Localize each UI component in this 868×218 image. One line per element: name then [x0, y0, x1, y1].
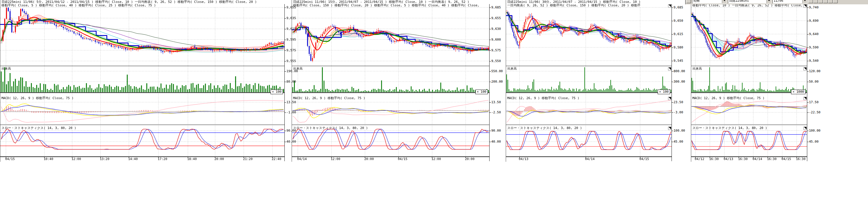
axis-tick-label: 9,630 [490, 27, 501, 30]
pane-expand-icon[interactable] [668, 67, 671, 71]
axis-tick-mark [672, 131, 673, 131]
axis-tick-label: 9,590 [807, 46, 818, 49]
toolbar-button-1[interactable] [808, 0, 813, 3]
axis-tick-label: 90.00 [490, 129, 501, 132]
pane-expand-icon[interactable] [804, 127, 807, 130]
contract-select-value: 11/06 [774, 0, 783, 3]
axis-tick-mark [490, 82, 491, 82]
axis-tick-label: 9,555 [285, 59, 296, 63]
toolbar-button-2[interactable] [813, 0, 818, 3]
axis-tick-label: 9,595 [285, 38, 296, 41]
axis-tick-label: 9,685 [490, 6, 501, 9]
x-axis-label: 18:40 [187, 157, 197, 161]
axis-tick-label: 45.00 [672, 140, 683, 143]
volume-multiplier-box: × 100 [475, 89, 488, 94]
x-axis-label: 04/14 [585, 157, 595, 161]
axis-tick-label: 23.50 [672, 101, 683, 104]
axis-tick-text: 9,580 [674, 46, 683, 49]
x-axis-label: 16:30 [796, 157, 806, 161]
chevron-down-icon[interactable] [767, 0, 771, 3]
axis-tick-mark [490, 50, 491, 51]
axis-tick-label: 9,580 [672, 46, 683, 49]
x-axis-label: 17:20 [158, 157, 167, 161]
axis-tick-mark [285, 7, 286, 8]
axis-tick-text: 300.00 [674, 80, 685, 83]
symbol-select[interactable]: 日経225mini [728, 0, 771, 3]
axis-tick-label: 40.00 [490, 140, 501, 143]
axis-tick-mark [672, 21, 673, 21]
axis-tick-mark [490, 18, 491, 19]
pane-expand-icon[interactable] [804, 4, 807, 7]
axis-tick-label: 9,545 [672, 59, 683, 62]
x-axis-label: 22:40 [272, 157, 281, 161]
toolbar-button-3[interactable] [818, 0, 823, 3]
toolbar-button-5[interactable] [828, 0, 833, 3]
axis-tick-text: 80.00 [286, 80, 296, 83]
chart-panel: 日経225mini 11/06( 30分, 2011/04/07 - 2011/… [506, 0, 687, 162]
axis-tick-text: 200.00 [491, 80, 503, 83]
chart-canvas [506, 0, 672, 161]
x-axis-label: 04/15 [781, 157, 791, 161]
axis-tick-label: 9,690 [807, 19, 818, 22]
axis-tick-text: 40.00 [286, 140, 296, 143]
axis-tick-text: 9,555 [286, 59, 296, 63]
chevron-down-icon[interactable] [802, 0, 807, 3]
x-axis-label: 04/15 [398, 157, 407, 161]
volume-pane-label: 出来高 [293, 67, 303, 71]
pane-expand-icon[interactable] [668, 97, 671, 100]
axis-tick-text: 9,685 [674, 5, 683, 9]
chart-panel: 日経225mini 11/06( 15分, 2011/04/07 - 2011/… [292, 0, 505, 162]
axis-tick-label: 300.00 [672, 80, 685, 83]
volume-multiplier-box: × 100 [271, 89, 283, 94]
chart-canvas [0, 0, 284, 161]
x-axis-label: 04/14 [297, 157, 307, 161]
axis-tick-text: 100.00 [674, 129, 685, 133]
axis-tick-mark [285, 29, 286, 29]
toolbar-nav-button[interactable] [686, 0, 691, 3]
axis-tick-label: 50.00 [807, 80, 818, 83]
axis-tick-label: -1.00 [285, 111, 296, 114]
x-axis-label: 04/15 [640, 157, 649, 161]
axis-tick-mark [490, 131, 491, 131]
axis-tick-text: 9,595 [286, 38, 296, 42]
top-toolbar: 先物 日経225mini 11/06 [685, 0, 868, 4]
chart-canvas [292, 0, 489, 161]
pane-expand-icon[interactable] [668, 127, 671, 130]
axis-tick-mark [490, 40, 491, 40]
pane-expand-triangle [669, 5, 671, 7]
chart-workspace: 先物 日経225mini 11/06 日経225m [0, 0, 868, 218]
axis-tick-text: 120.00 [809, 69, 820, 73]
volume-multiplier-box: × 1000 [791, 89, 806, 94]
axis-tick-label: 17.50 [807, 101, 818, 104]
axis-tick-text: 50.00 [809, 80, 818, 83]
axis-tick-text: 9,740 [809, 5, 818, 9]
axis-tick-mark [490, 112, 491, 113]
contract-select[interactable]: 11/06 [773, 0, 807, 3]
x-axis-label: 04/15 [5, 157, 15, 161]
axis-tick-text: 9,650 [674, 19, 683, 23]
pane-expand-triangle [804, 127, 806, 129]
axis-tick-label: 9,655 [490, 17, 501, 20]
category-select[interactable]: 先物 [692, 0, 727, 3]
panel-title: 日経225mini 11/06( 5分, 2011/04/12 - 2011/0… [1, 0, 257, 4]
axis-tick-text: 9,575 [491, 48, 501, 52]
axis-tick-text: 45.00 [809, 140, 818, 143]
axis-tick-mark [285, 112, 286, 113]
toolbar-button-4[interactable] [823, 0, 828, 3]
axis-tick-mark [490, 61, 491, 61]
right-price-axis: 9,6559,6359,6159,5959,5759,555190.0080.0… [284, 0, 301, 162]
macd-pane-label: MACD( 12, 26, 9 ) 移動平均( Close, 75 ) [692, 97, 765, 100]
toolbar-button-6[interactable] [833, 0, 838, 3]
stochastics-pane-label: スロー・ストキャスティクス( 14, 3, 80, 20 ) [507, 127, 582, 130]
pane-expand-icon[interactable] [804, 67, 807, 71]
axis-tick-label: 100.00 [672, 129, 685, 132]
right-price-axis: 9,6859,6559,6309,6009,5759,550550.00200.… [489, 0, 505, 162]
pane-expand-icon[interactable] [668, 4, 671, 7]
panel-title: 日経225mini 11/06( 15分, 2011/04/07 - 2011/… [293, 0, 469, 4]
pane-expand-icon[interactable] [804, 97, 807, 100]
x-axis-label: 20:00 [465, 157, 474, 161]
x-axis-label: 13:20 [100, 157, 110, 161]
macd-pane-label: MACD( 12, 26, 9 ) 移動平均( Close, 75 ) [1, 97, 73, 100]
chevron-down-icon[interactable] [722, 0, 726, 3]
macd-pane-label: MACD( 12, 26, 9 ) 移動平均( Close, 75 ) [507, 97, 579, 100]
